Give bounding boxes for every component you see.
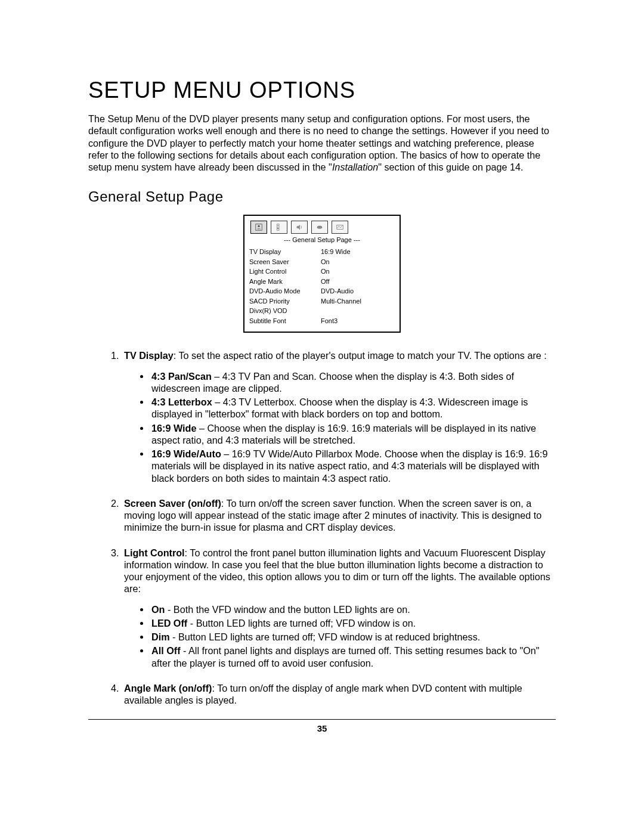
sub-item: 16:9 Wide – Choose when the display is 1… — [150, 422, 556, 447]
osd-row: Divx(R) VOD — [249, 306, 395, 316]
sub-label: All Off — [151, 645, 181, 656]
osd-row: Angle MarkOff — [249, 277, 395, 287]
osd-val: Off — [321, 277, 395, 287]
osd-val: 16:9 Wide — [321, 247, 395, 257]
item-label: Angle Mark (on/off) — [124, 683, 212, 693]
intro-post: " section of this guide on page 14. — [378, 162, 523, 172]
list-item: Light Control: To control the front pane… — [122, 547, 556, 669]
osd-key: DVD-Audio Mode — [249, 286, 321, 296]
item-label: Light Control — [124, 547, 185, 558]
svg-point-3 — [277, 225, 278, 227]
osd-tab-preference — [332, 221, 348, 234]
osd-tab-general — [250, 221, 267, 234]
item-text: : To set the aspect ratio of the player'… — [174, 350, 547, 361]
osd-tab-speaker — [271, 221, 287, 234]
intro-italic: Installation — [332, 162, 378, 172]
sub-label: 4:3 Pan/Scan — [151, 371, 212, 382]
svg-point-4 — [277, 228, 279, 230]
section-heading: General Setup Page — [88, 188, 556, 205]
osd-row: Subtitle FontFont3 — [249, 316, 395, 326]
footer-rule — [88, 719, 556, 720]
sub-item: LED Off - Button LED lights are turned o… — [150, 617, 556, 629]
item-label: Screen Saver (on/off) — [124, 498, 221, 509]
sub-label: Dim — [151, 631, 170, 642]
intro-paragraph: The Setup Menu of the DVD player present… — [88, 113, 556, 173]
item-text: : To control the front panel button illu… — [124, 547, 550, 594]
sub-text: - All front panel lights and displays ar… — [151, 645, 540, 668]
sub-text: - Both the VFD window and the button LED… — [165, 604, 410, 615]
osd-key: Light Control — [249, 267, 321, 277]
osd-row: TV Display16:9 Wide — [249, 247, 395, 257]
list-item: Angle Mark (on/off): To turn on/off the … — [122, 682, 556, 707]
osd-val: Font3 — [321, 316, 395, 326]
list-item: TV Display: To set the aspect ratio of t… — [122, 349, 556, 484]
sub-label: 16:9 Wide/Auto — [151, 448, 221, 459]
sub-list: On - Both the VFD window and the button … — [124, 603, 556, 669]
numbered-list: TV Display: To set the aspect ratio of t… — [88, 349, 556, 706]
svg-rect-2 — [277, 224, 280, 231]
sub-item: Dim - Button LED lights are turned off; … — [150, 631, 556, 643]
osd-row: Screen SaverOn — [249, 257, 395, 267]
page-title: SETUP MENU OPTIONS — [88, 78, 556, 103]
svg-point-1 — [258, 225, 260, 228]
sub-text: – Choose when the display is 16:9. 16:9 … — [151, 423, 536, 445]
sub-label: 16:9 Wide — [151, 423, 196, 433]
page-number: 35 — [88, 723, 556, 733]
osd-row: DVD-Audio ModeDVD-Audio — [249, 286, 395, 296]
osd-row: SACD PriorityMulti-Channel — [249, 296, 395, 306]
svg-marker-5 — [297, 225, 300, 230]
list-item: Screen Saver (on/off): To turn on/off th… — [122, 497, 556, 534]
sub-item: All Off - All front panel lights and dis… — [150, 645, 556, 669]
osd-key: TV Display — [249, 247, 321, 257]
osd-figure: --- General Setup Page --- TV Display16:… — [88, 215, 556, 333]
sub-list: 4:3 Pan/Scan – 4:3 TV Pan and Scan. Choo… — [124, 370, 556, 484]
osd-key: Angle Mark — [249, 277, 321, 287]
osd-val: DVD-Audio — [321, 286, 395, 296]
sub-item: 4:3 Pan/Scan – 4:3 TV Pan and Scan. Choo… — [150, 370, 556, 395]
osd-val: On — [321, 257, 395, 267]
osd-val: On — [321, 267, 395, 277]
osd-key: Screen Saver — [249, 257, 321, 267]
osd-tab-audio — [291, 221, 308, 234]
osd-key: SACD Priority — [249, 296, 321, 306]
sub-label: 4:3 Letterbox — [151, 397, 212, 407]
osd-val: Multi-Channel — [321, 296, 395, 306]
item-label: TV Display — [124, 350, 174, 361]
document-page: SETUP MENU OPTIONS The Setup Menu of the… — [0, 0, 644, 833]
osd-caption: --- General Setup Page --- — [249, 236, 395, 243]
sub-text: - Button LED lights are turned off; VFD … — [187, 618, 416, 628]
sub-label: On — [151, 604, 165, 615]
svg-point-6 — [317, 226, 323, 229]
osd-tab-video — [311, 221, 328, 234]
sub-item: 16:9 Wide/Auto – 16:9 TV Wide/Auto Pilla… — [150, 448, 556, 484]
osd-rows: TV Display16:9 Wide Screen SaverOn Light… — [249, 247, 395, 326]
osd-panel: --- General Setup Page --- TV Display16:… — [243, 215, 401, 333]
sub-item: On - Both the VFD window and the button … — [150, 603, 556, 615]
sub-item: 4:3 Letterbox – 4:3 TV Letterbox. Choose… — [150, 396, 556, 420]
osd-key: Divx(R) VOD — [249, 306, 321, 316]
osd-row: Light ControlOn — [249, 267, 395, 277]
sub-label: LED Off — [151, 618, 187, 628]
osd-tab-row — [250, 221, 394, 234]
osd-val — [321, 306, 395, 316]
osd-key: Subtitle Font — [249, 316, 321, 326]
sub-text: - Button LED lights are turned off; VFD … — [170, 631, 481, 642]
